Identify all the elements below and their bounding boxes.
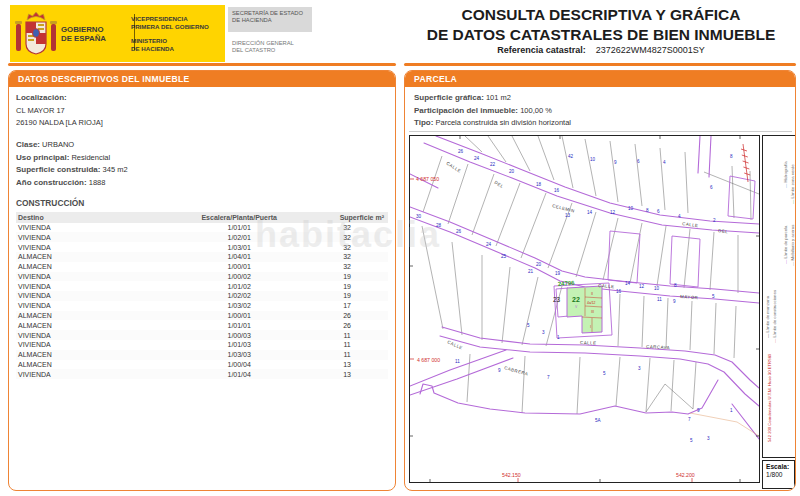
cell-destino: ALMACEN	[16, 350, 172, 360]
cell-destino: VIVIENDA	[16, 281, 172, 291]
direccion-line1: DIRECCIÓN GENERAL	[232, 40, 322, 47]
block-boundary	[732, 404, 759, 439]
street-label: CABRERA	[504, 365, 529, 377]
street-line	[440, 336, 759, 406]
parcel-number: 9	[498, 368, 501, 373]
parcel-number: 14	[625, 281, 631, 286]
legend-dash: —	[783, 183, 788, 189]
parcel-number: 16	[554, 188, 560, 193]
legend-item: — Hidrografía	[783, 161, 788, 188]
parcel-number: 42	[568, 154, 574, 159]
cell-escalera: 1/00/01	[172, 311, 306, 321]
address-line2: 26190 NALDA [LA RIOJA]	[16, 118, 385, 128]
construction-table-body: VIVIENDA1/01/0132VIVIENDA1/02/0132VIVIEN…	[16, 223, 388, 380]
cell-destino: VIVIENDA	[16, 223, 172, 233]
legend-label: Límite zona verde	[790, 164, 795, 198]
col-header-escalera: Escalera/Planta/Puerta	[172, 212, 306, 223]
superficie-grafica-value: 101 m2	[486, 93, 511, 102]
ministerio-line2: DE HACIENDA	[131, 45, 209, 53]
parcel-number: 3	[542, 330, 545, 335]
parcel-number: 7	[547, 375, 550, 380]
parcel-number: 9	[673, 299, 676, 304]
cell-destino: VIVIENDA	[16, 369, 172, 379]
parcel-division-lines	[465, 136, 759, 220]
uso-value: Residencial	[71, 153, 110, 162]
parcel-number: 20	[536, 262, 542, 267]
participacion-label: Participación del inmueble:	[414, 106, 518, 115]
secretaria-line1: SECRETARÍA DE ESTADO	[232, 10, 308, 17]
cell-destino: ALMACEN	[16, 311, 172, 321]
vicepresidencia-line1: VICEPRESIDENCIA	[131, 15, 209, 23]
cell-superficie: 32	[306, 232, 388, 242]
uso-label: Uso principal:	[16, 153, 69, 162]
logo-divider	[134, 14, 135, 50]
parcel-division-lines	[467, 354, 696, 414]
table-row: VIVIENDA1/01/0311	[16, 340, 388, 350]
sidewalk-line	[690, 413, 759, 436]
cell-escalera: 1/00/02	[172, 272, 306, 282]
neighbor-parcel-number: 23	[553, 296, 561, 303]
cell-escalera: 1/03/01	[172, 242, 306, 252]
table-row: ALMACEN1/00/0132	[16, 262, 388, 272]
legend-dash: —	[790, 199, 795, 205]
table-row: VIVIENDA1/00/0219	[16, 272, 388, 282]
escala-value: 1/800	[766, 471, 794, 479]
legend-item: — Mobiliario y aceras	[790, 225, 795, 266]
parcel-number: 8	[730, 154, 733, 159]
parcel-number: 26	[456, 229, 462, 234]
parcel-number: 19	[555, 271, 561, 276]
street-label: CALLE	[447, 339, 464, 350]
document-title: CONSULTA DESCRIPTIVA Y GRÁFICA DE DATOS …	[408, 5, 794, 44]
cell-destino: VIVIENDA	[16, 291, 172, 301]
cell-superficie: 13	[306, 369, 388, 379]
cell-superficie: 13	[306, 360, 388, 370]
parcel-number: 2	[713, 218, 716, 223]
utm-note: 542 200 Coordenadas U.T.M. Huso 30 ETRS8…	[767, 354, 772, 442]
parcel-number: 5A	[595, 418, 602, 423]
parcel-number: 26	[458, 149, 464, 154]
manzana-number: 24796	[558, 280, 576, 287]
direccion-general: DIRECCIÓN GENERAL DEL CATASTRO	[228, 40, 322, 54]
cell-escalera: 1/02/01	[172, 232, 306, 242]
parcela-separator	[409, 131, 792, 132]
table-row: ALMACEN1/00/0126	[16, 311, 388, 321]
street-label: CELEMIN	[552, 203, 576, 213]
parcel-number: 11	[657, 297, 662, 302]
direccion-line2: DEL CATASTRO	[232, 47, 322, 54]
cell-destino: VIVIENDA	[16, 232, 172, 242]
parcel-number: 16	[616, 289, 622, 294]
parcel-number: 6	[657, 209, 660, 214]
parcel-number: 1	[730, 408, 733, 413]
right-panel-title: PARCELA	[405, 71, 795, 87]
col-header-superficie: Superficie m²	[306, 212, 388, 223]
parcel-number: 4	[663, 160, 666, 165]
table-row: VIVIENDA1/00/0311	[16, 330, 388, 340]
parcel-number: 24	[474, 156, 480, 161]
parcel-number: 5	[690, 438, 693, 443]
table-row: VIVIENDA1/03/0132	[16, 242, 388, 252]
street-label: DEL	[493, 180, 504, 190]
subject-parcel-number: 22	[572, 296, 580, 303]
parcel-number: 3	[638, 366, 641, 371]
cell-escalera: 1/03/02	[172, 301, 306, 311]
clase-label: Clase:	[16, 140, 40, 149]
parcel-number: 3	[707, 436, 710, 441]
cell-escalera: 1/03/03	[172, 350, 306, 360]
parcel-number: 18	[536, 182, 542, 187]
cell-destino: ALMACEN	[16, 262, 172, 272]
superficie-grafica-label: Superficie gráfica:	[414, 93, 484, 102]
legend-dash: —	[790, 261, 795, 267]
parcel-number: 10	[628, 206, 634, 211]
construction-mark: I	[590, 325, 591, 329]
cell-escalera: 1/01/01	[172, 320, 306, 330]
legend-label: Límite de construcciones	[772, 290, 777, 338]
legend-label: Mobiliario y aceras	[790, 225, 795, 261]
subject-parcel-shape	[567, 286, 602, 333]
secretaria-line2: DE HACIENDA	[232, 17, 308, 24]
anio-value: 1888	[89, 178, 106, 187]
table-row: VIVIENDA1/01/0413	[16, 369, 388, 379]
table-row: ALMACEN1/04/0132	[16, 252, 388, 262]
superficie-value: 345 m2	[103, 165, 128, 174]
parcel-number: 5	[527, 323, 530, 328]
cell-escalera: 1/01/03	[172, 340, 306, 350]
